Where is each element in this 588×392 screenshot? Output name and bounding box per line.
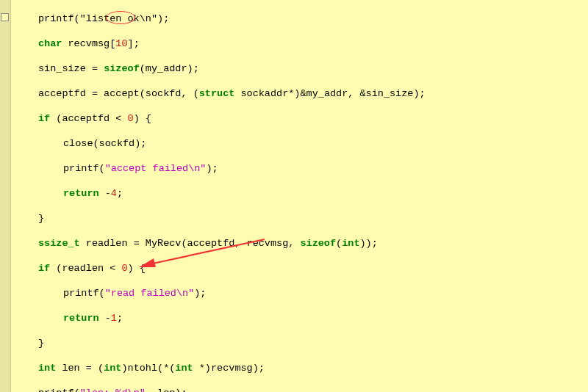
- code-line: if (readlen < 0) {: [13, 262, 588, 275]
- code-line: return -4;: [13, 187, 588, 200]
- code-line: }: [13, 212, 588, 225]
- code-line: ssize_t readlen = MyRecv(acceptfd, recvm…: [13, 237, 588, 250]
- editor-gutter: [0, 0, 11, 392]
- code-line: sin_size = sizeof(my_addr);: [13, 62, 588, 75]
- breakpoint-marker[interactable]: [1, 13, 9, 21]
- code-line: }: [13, 337, 588, 349]
- code-area: printf("listen ok\n"); char recvmsg[10];…: [10, 0, 588, 392]
- code-line: acceptfd = accept(sockfd, (struct sockad…: [13, 87, 588, 100]
- code-line: int len = (int)ntohl(*(int *)recvmsg);: [13, 362, 588, 374]
- code-line: close(sockfd);: [13, 137, 588, 150]
- code-line: printf("listen ok\n");: [13, 12, 588, 25]
- code-line: printf("len: %d\n", len);: [13, 387, 588, 392]
- code-line: char recvmsg[10];: [13, 37, 588, 50]
- code-line: printf("accept failed\n");: [13, 162, 588, 175]
- code-line: if (acceptfd < 0) {: [13, 112, 588, 125]
- code-line: return -1;: [13, 312, 588, 324]
- code-line: printf("read failed\n");: [13, 287, 588, 300]
